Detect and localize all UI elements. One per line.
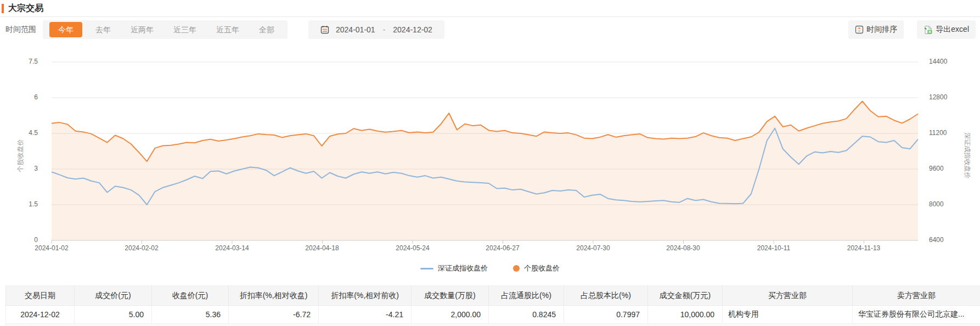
right-axis-tick: 12800 (925, 93, 963, 101)
col-header-close-price: 收盘价(元) (152, 286, 229, 306)
right-axis-tick: 14400 (925, 58, 963, 65)
date-start: 2024-01-01 (336, 25, 375, 34)
export-excel-button[interactable]: 导出excel (917, 20, 976, 39)
cell-discount-vs-close: -6.72 (229, 306, 319, 324)
plot-area (52, 62, 918, 240)
cell-discount-vs-prev: -4.21 (319, 306, 412, 324)
cell-close-price: 5.36 (152, 306, 229, 324)
col-header-total-ratio: 占总股本比(%) (564, 286, 648, 306)
x-axis-tick: 2024-02-02 (116, 244, 167, 252)
x-axis-tick: 2024-11-13 (838, 244, 889, 252)
left-axis-tick: 4.5 (0, 129, 43, 137)
chart-legend: 深证成指收盘价 个股收盘价 (0, 263, 980, 273)
page-title: 大宗交易 (8, 3, 43, 14)
col-header-buyer-branch: 买方营业部 (723, 286, 853, 306)
left-axis-tick: 0 (0, 236, 43, 244)
block-trade-table: 交易日期 成交价(元) 收盘价(元) 折扣率(%,相对收盘) 折扣率(%,相对前… (5, 285, 980, 326)
range-button-5y[interactable]: 近五年 (206, 20, 249, 39)
col-header-discount-vs-prev: 折扣率(%,相对前收) (319, 286, 412, 306)
date-end: 2024-12-02 (393, 25, 432, 34)
right-axis-tick: 6400 (925, 236, 963, 244)
cell-volume: 2,000.00 (412, 306, 489, 324)
cell-deal-price: 5.00 (75, 306, 152, 324)
x-axis-tick: 2024-05-24 (387, 244, 438, 252)
range-button-all[interactable]: 全部 (249, 20, 284, 39)
x-axis-tick: 2024-10-11 (748, 244, 799, 252)
time-sort-button[interactable]: 时间排序 (848, 20, 904, 39)
left-axis-tick: 3 (0, 165, 43, 172)
col-header-amount: 成交金额(万元) (648, 286, 723, 306)
table-row: 2024-12-02 5.00 5.36 -6.72 -4.21 2,000.0… (6, 306, 980, 324)
sort-icon (855, 25, 864, 34)
x-axis-tick: 2024-07-30 (568, 244, 618, 252)
range-button-last-year[interactable]: 去年 (86, 20, 121, 39)
date-separator: - (383, 25, 386, 34)
time-range-group: 今年 去年 近两年 近三年 近五年 全部 (43, 20, 288, 39)
section-header: 大宗交易 (0, 0, 980, 17)
col-header-volume: 成交数量(万股) (412, 286, 489, 306)
left-axis-tick: 6 (0, 93, 43, 101)
cell-total-ratio: 0.7997 (564, 306, 648, 324)
right-axis-tick: 11200 (925, 129, 963, 137)
chart-toolbar: 时间范围 今年 去年 近两年 近三年 近五年 全部 2024-01-01 - 2… (5, 20, 976, 39)
col-header-deal-price: 成交价(元) (75, 286, 152, 306)
legend-item-index[interactable]: 深证成指收盘价 (420, 263, 488, 273)
cell-float-ratio: 0.8245 (489, 306, 564, 324)
cell-buyer-branch: 机构专用 (723, 306, 853, 324)
range-button-3y[interactable]: 近三年 (164, 20, 206, 39)
x-axis-tick: 2024-04-18 (297, 244, 347, 252)
excel-icon (923, 25, 933, 35)
left-axis-title: 个股收盘价 (16, 131, 25, 181)
range-button-2y[interactable]: 近两年 (121, 20, 164, 39)
cell-amount: 10,000.00 (648, 306, 723, 324)
x-axis-tick: 2024-01-02 (26, 244, 77, 252)
table-header-row: 交易日期 成交价(元) 收盘价(元) 折扣率(%,相对收盘) 折扣率(%,相对前… (6, 286, 980, 306)
title-accent-bar (2, 4, 4, 13)
right-axis-tick: 9600 (925, 165, 963, 172)
left-axis-tick: 7.5 (0, 58, 43, 65)
calendar-icon (320, 25, 329, 34)
index-line-marker-icon (420, 268, 433, 269)
stock-dot-marker-icon (513, 265, 520, 272)
next-row-partial (5, 324, 980, 326)
legend-item-stock[interactable]: 个股收盘价 (513, 263, 560, 273)
right-axis-tick: 8000 (925, 200, 963, 208)
right-axis-title: 深证成指收盘价 (962, 128, 972, 183)
range-button-this-year[interactable]: 今年 (49, 22, 82, 37)
col-header-float-ratio: 占流通股比(%) (489, 286, 564, 306)
price-chart: 个股收盘价 深证成指收盘价 7.5 6 4.5 3 1.5 0 14400 12… (0, 44, 980, 280)
x-axis-tick: 2024-06-27 (477, 244, 528, 252)
block-trade-panel: 大宗交易 时间范围 今年 去年 近两年 近三年 近五年 全部 2024-01-0… (0, 0, 980, 326)
col-header-seller-branch: 卖方营业部 (853, 286, 980, 306)
cell-seller-branch: 华宝证券股份有限公司北京建... (853, 306, 980, 324)
x-axis-tick: 2024-03-14 (207, 244, 257, 252)
col-header-discount-vs-close: 折扣率(%,相对收盘) (229, 286, 319, 306)
cell-trade-date: 2024-12-02 (6, 306, 75, 324)
left-axis-tick: 1.5 (0, 200, 43, 208)
time-range-label: 时间范围 (5, 25, 36, 35)
col-header-trade-date: 交易日期 (6, 286, 75, 306)
date-range-picker[interactable]: 2024-01-01 - 2024-12-02 (308, 20, 444, 39)
x-axis-tick: 2024-08-30 (658, 244, 708, 252)
